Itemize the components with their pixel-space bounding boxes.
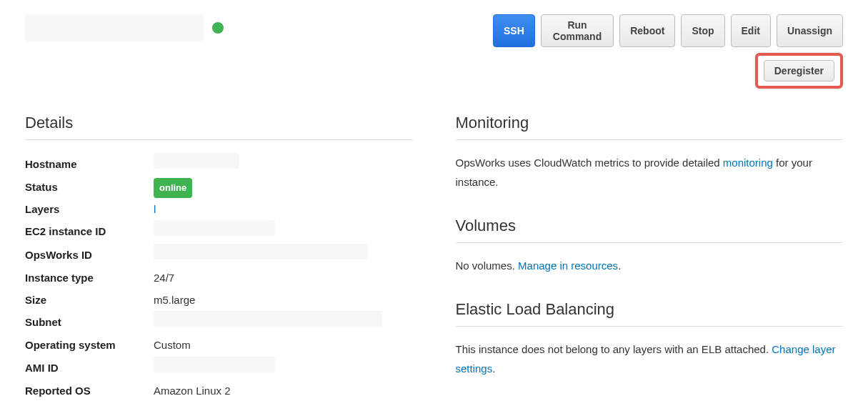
manage-resources-link[interactable]: Manage in resources [518,259,618,272]
volumes-text-pre: No volumes. [456,259,519,272]
detail-row-reported-os: Reported OS Amazon Linux 2 [25,380,413,402]
detail-row-hostname: Hostname [25,153,413,177]
run-command-button[interactable]: Run Command [541,14,614,47]
elb-body: This instance does not belong to any lay… [456,340,844,378]
detail-row-size: Size m5.large [25,289,413,312]
ssh-button[interactable]: SSH [493,14,535,47]
detail-row-instance-type: Instance type 24/7 [25,267,413,289]
deregister-highlight: Deregister [755,53,843,89]
detail-label: Size [25,289,154,312]
elb-heading: Elastic Load Balancing [456,300,844,327]
size-value: m5.large [154,289,195,312]
detail-label: Instance type [25,267,154,289]
ami-redacted [154,357,275,372]
opsworks-id-redacted [154,244,368,259]
elb-text-post: . [492,362,495,375]
volumes-body: No volumes. Manage in resources. [456,256,844,275]
detail-label: Reported OS [25,380,154,402]
instance-name-block [25,14,224,41]
ow-agent-value: Inherited from stack [154,402,248,406]
detail-label: Hostname [25,154,154,176]
action-bar: SSH Run Command Reboot Stop Edit Unassig… [493,14,843,89]
reported-os-value: Amazon Linux 2 [154,380,231,402]
detail-label: Status [25,177,154,199]
stop-button[interactable]: Stop [681,14,724,47]
monitoring-text-pre: OpsWorks uses CloudWatch metrics to prov… [456,157,723,169]
volumes-text-post: . [618,259,621,272]
detail-row-ec2-id: EC2 instance ID [25,220,413,244]
content-columns: Details Hostname Status online Layers l … [25,114,843,406]
subnet-redacted [154,311,382,327]
ec2-id-redacted [154,220,275,236]
detail-label: Subnet [25,312,154,334]
elb-text-pre: This instance does not belong to any lay… [456,343,772,355]
reboot-button[interactable]: Reboot [619,14,675,47]
detail-row-layers: Layers l [25,199,413,221]
detail-label: OW Agent version [25,402,154,406]
detail-label: OpsWorks ID [25,244,154,267]
volumes-heading: Volumes [456,217,844,243]
details-column: Details Hostname Status online Layers l … [25,114,413,406]
detail-row-status: Status online [25,177,413,199]
hostname-redacted [154,153,239,169]
deregister-button[interactable]: Deregister [764,60,834,81]
os-value: Custom [154,335,191,357]
monitoring-heading: Monitoring [456,114,844,140]
detail-row-ami: AMI ID [25,357,413,380]
detail-label: AMI ID [25,357,154,380]
eip-heading: Elastic IP [456,403,844,406]
unassign-button[interactable]: Unassign [777,14,843,47]
layers-link[interactable]: l [154,203,156,215]
details-heading: Details [25,114,413,140]
detail-row-opsworks-id: OpsWorks ID [25,244,413,267]
detail-row-subnet: Subnet [25,311,413,335]
instance-type-value: 24/7 [154,267,174,289]
detail-label: Operating system [25,335,154,357]
monitoring-link[interactable]: monitoring [723,157,773,169]
page-header: SSH Run Command Reboot Stop Edit Unassig… [25,14,843,89]
detail-row-ow-agent: OW Agent version Inherited from stack [25,402,413,406]
edit-button[interactable]: Edit [731,14,771,47]
detail-label: Layers [25,199,154,221]
instance-name-redacted [25,14,204,41]
status-dot-icon [212,22,224,34]
status-badge: online [154,178,192,199]
monitoring-body: OpsWorks uses CloudWatch metrics to prov… [456,153,844,192]
detail-row-os: Operating system Custom [25,335,413,357]
detail-label: EC2 instance ID [25,221,154,243]
right-column: Monitoring OpsWorks uses CloudWatch metr… [456,114,844,406]
